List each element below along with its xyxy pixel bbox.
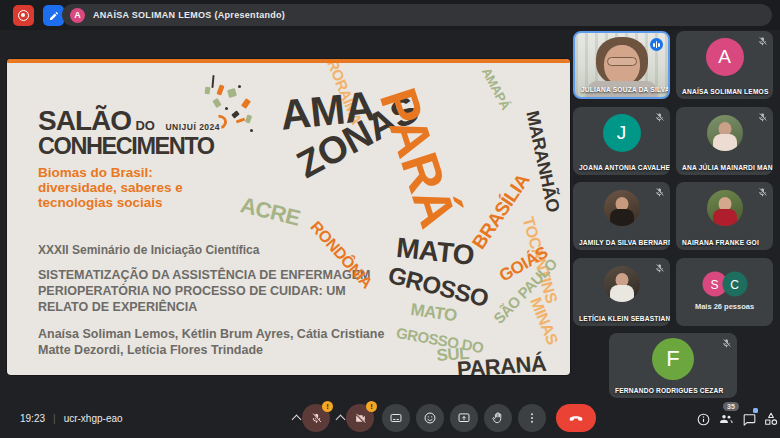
avatar-photo: [604, 190, 640, 226]
avatar: A: [706, 38, 744, 76]
mic-off-icon: [757, 36, 768, 47]
presentation-slide: SALÃO DO UNIJUÍ 2024 CONHECIMENTO Biomas…: [7, 59, 570, 375]
mic-off-icon: [721, 338, 732, 349]
participant-name: JULIANA SOUZA DA SILVA BR...: [581, 86, 670, 93]
meet-window: A ANAÍSA SOLIMAN LEMOS (Apresentando) SA…: [0, 0, 780, 438]
confetti-piece: [231, 110, 240, 118]
logo-conhecimento: CONHECIMENTO: [38, 134, 214, 158]
map-state-word: MINAS: [526, 295, 561, 347]
avatar-photo: [707, 190, 743, 226]
participant-tile-juliana[interactable]: JULIANA SOUZA DA SILVA BR...: [573, 31, 670, 99]
participant-tile-leticia[interactable]: LETÍCIA KLEIN SEBASTIANY: [573, 258, 670, 326]
more-options-button[interactable]: [518, 404, 546, 432]
confetti-piece: [211, 75, 214, 88]
present-screen-button[interactable]: [450, 404, 478, 432]
participant-name: JAMILY DA SILVA BERNARDI: [579, 239, 670, 246]
hand-icon: [491, 411, 505, 425]
present-icon: [457, 411, 471, 425]
mic-off-icon: [654, 112, 665, 123]
recording-indicator-button[interactable]: [13, 5, 34, 26]
brazil-typographic-map: RORAIMAAMAPÁAMAZONASPARÁMARANHÃOACREROND…: [240, 63, 570, 375]
confetti-piece: [212, 98, 221, 108]
participant-name: ANA JÚLIA MAINARDI MANJ...: [682, 164, 773, 171]
map-state-word: ACRE: [240, 192, 303, 232]
people-icon: [718, 411, 734, 427]
chat-button[interactable]: [740, 410, 758, 428]
confetti-piece: [225, 107, 228, 110]
people-button[interactable]: 35: [717, 410, 735, 428]
raise-hand-button[interactable]: [484, 404, 512, 432]
event-logo: SALÃO DO UNIJUÍ 2024 CONHECIMENTO: [38, 109, 221, 158]
clock: 19:23: [20, 413, 45, 424]
confetti-piece: [204, 87, 210, 95]
chat-notification-dot: [753, 408, 758, 413]
meeting-code: ucr-xhgp-eao: [64, 413, 123, 424]
audio-speaking-icon: [650, 38, 663, 51]
captions-icon: [389, 411, 403, 425]
map-state-word: AMAPÁ: [479, 65, 513, 112]
activities-icon: [763, 411, 779, 427]
confetti-piece: [227, 88, 237, 98]
logo-do: DO: [135, 118, 155, 133]
more-people-label: Mais 26 pessoas: [676, 302, 773, 311]
avatar: F: [652, 338, 694, 380]
mic-off-icon: [757, 112, 768, 123]
divider: |: [53, 413, 56, 424]
presenter-label: ANAÍSA SOLIMAN LEMOS (Apresentando): [93, 10, 285, 20]
stacked-avatars: S C: [702, 272, 747, 297]
reactions-button[interactable]: [416, 404, 444, 432]
camera-off-icon: [354, 412, 367, 425]
annotation-button[interactable]: [43, 5, 64, 26]
avatar-photo: [604, 266, 640, 302]
map-state-word: RONDÔNIA: [307, 218, 376, 292]
mic-warning-badge: !: [322, 401, 333, 412]
participant-tile-anaisa[interactable]: A ANAÍSA SOLIMAN LEMOS: [676, 31, 773, 99]
end-call-button[interactable]: [556, 404, 596, 432]
participant-tile-joana[interactable]: J JOANA ANTONIA CAVALHEIR...: [573, 107, 670, 175]
participant-name: FERNANDO RODRIGUES CEZAR: [615, 387, 723, 394]
mic-off-icon: [310, 412, 323, 425]
mic-off-icon: [757, 187, 768, 198]
presenter-avatar: A: [70, 8, 85, 23]
presenting-banner: A ANAÍSA SOLIMAN LEMOS (Apresentando): [62, 4, 772, 26]
mic-button[interactable]: !: [302, 404, 330, 432]
mic-off-icon: [654, 263, 665, 274]
top-bar: A ANAÍSA SOLIMAN LEMOS (Apresentando): [0, 0, 780, 30]
chat-icon: [742, 412, 757, 427]
participant-name: LETÍCIA KLEIN SEBASTIANY: [579, 315, 670, 322]
avatar: J: [603, 114, 641, 152]
participant-name: NAIRANA FRANKE GOI: [682, 239, 759, 246]
avatar-photo: [707, 115, 743, 151]
pencil-icon: [48, 10, 60, 22]
overflow-participants-tile[interactable]: S C Mais 26 pessoas: [676, 258, 773, 326]
camera-warning-badge: !: [366, 401, 377, 412]
mic-off-icon: [654, 187, 665, 198]
participant-tile-ana-julia[interactable]: ANA JÚLIA MAINARDI MANJ...: [676, 107, 773, 175]
logo-year: UNIJUÍ 2024: [165, 122, 220, 132]
confetti-piece: [216, 84, 224, 95]
seminar-name: XXXII Seminário de Iniciação Científica: [38, 243, 259, 257]
participant-tile-fernando[interactable]: F FERNANDO RODRIGUES CEZAR: [609, 333, 737, 398]
emoji-icon: [423, 411, 437, 425]
record-icon: [18, 10, 29, 21]
info-icon: [696, 412, 711, 427]
meeting-details-button[interactable]: [694, 410, 712, 428]
mic-options-chevron[interactable]: [293, 414, 300, 421]
captions-button[interactable]: [382, 404, 410, 432]
more-vert-icon: [525, 411, 539, 425]
camera-options-chevron[interactable]: [337, 414, 344, 421]
slide-subtitle: Biomas do Brasil: diversidade, saberes e…: [38, 165, 183, 210]
map-state-word: PARÁ: [368, 81, 469, 234]
call-end-icon: [567, 409, 585, 427]
camera-button[interactable]: !: [346, 404, 374, 432]
participant-name: JOANA ANTONIA CAVALHEIR...: [579, 164, 670, 171]
participant-count-badge: 35: [723, 402, 739, 411]
activities-button[interactable]: [762, 410, 780, 428]
map-state-word: MARANHÃO: [521, 109, 563, 214]
participant-tile-nairana[interactable]: NAIRANA FRANKE GOI: [676, 182, 773, 250]
participant-name: ANAÍSA SOLIMAN LEMOS: [682, 88, 769, 95]
participant-tile-jamily[interactable]: JAMILY DA SILVA BERNARDI: [573, 182, 670, 250]
bottom-bar: 19:23 | ucr-xhgp-eao ! !: [0, 400, 780, 438]
